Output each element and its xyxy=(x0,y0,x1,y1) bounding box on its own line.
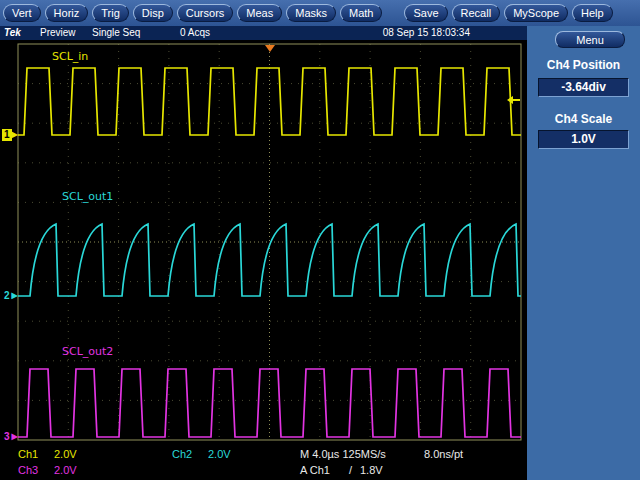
toolbar-button-recall[interactable]: Recall xyxy=(452,4,501,22)
trace-label-SCL_in: SCL_in xyxy=(52,50,88,63)
ch3-marker-number: 3 xyxy=(2,431,12,443)
trigger-slope-icon: / xyxy=(349,464,352,476)
toolbar-button-trig[interactable]: Trig xyxy=(92,4,129,22)
graticule-grid xyxy=(18,44,521,440)
ch2-ground-marker: 2▶ xyxy=(2,290,18,302)
toolbar-button-cursors[interactable]: Cursors xyxy=(177,4,234,22)
trace-label-SCL_out2: SCL_out2 xyxy=(62,345,113,358)
toolbar-button-horiz[interactable]: Horiz xyxy=(45,4,89,22)
acquisition-count: 0 Acqs xyxy=(180,27,210,38)
datetime: 08 Sep 15 18:03:34 xyxy=(383,27,470,38)
ch3-readout-scale: 2.0V xyxy=(54,464,77,476)
waveform-display: SCL_inSCL_out1SCL_out2 xyxy=(0,40,527,444)
toolbar-button-math[interactable]: Math xyxy=(340,4,382,22)
timebase-readout: M 4.0µs 125MS/s xyxy=(300,448,386,460)
ch1-readout-scale: 2.0V xyxy=(54,448,77,460)
trigger-position-marker xyxy=(265,45,275,52)
ch1-marker-arrow-icon: ▶ xyxy=(12,130,18,139)
ch3-ground-marker: 3▶ xyxy=(2,431,18,443)
ch2-marker-number: 2 xyxy=(2,290,12,302)
status-bar: Tek Preview Single Seq 0 Acqs 08 Sep 15 … xyxy=(0,26,527,40)
trigger-source-readout: A Ch1 xyxy=(300,464,330,476)
toolbar-button-vert[interactable]: Vert xyxy=(3,4,41,22)
ch4-scale-label: Ch4 Scale xyxy=(527,112,640,126)
scope-display: SCL_inSCL_out1SCL_out2 1▶ 2▶ 3▶ Ch1 2.0V… xyxy=(0,40,527,480)
toolbar-button-save[interactable]: Save xyxy=(404,4,447,22)
side-panel: Menu Ch4 Position -3.64div Ch4 Scale 1.0… xyxy=(527,26,640,480)
preview-status: Preview xyxy=(40,27,76,38)
acquisition-mode: Single Seq xyxy=(92,27,140,38)
ch3-readout-label: Ch3 xyxy=(18,464,38,476)
ch1-ground-marker: 1▶ xyxy=(2,129,18,141)
ch3-marker-arrow-icon: ▶ xyxy=(12,432,18,441)
tek-logo: Tek xyxy=(4,27,21,38)
ch2-readout-scale: 2.0V xyxy=(208,448,231,460)
ch4-position-label: Ch4 Position xyxy=(527,58,640,72)
ch1-marker-number: 1 xyxy=(2,129,12,141)
ch2-readout-label: Ch2 xyxy=(172,448,192,460)
ch2-marker-arrow-icon: ▶ xyxy=(12,291,18,300)
sample-resolution-readout: 8.0ns/pt xyxy=(424,448,463,460)
toolbar-button-masks[interactable]: Masks xyxy=(286,4,336,22)
ch1-readout-label: Ch1 xyxy=(18,448,38,460)
toolbar-button-help[interactable]: Help xyxy=(572,4,613,22)
trace-SCL_out2 xyxy=(18,369,521,437)
trigger-level-readout: 1.8V xyxy=(360,464,383,476)
trace-label-SCL_out1: SCL_out1 xyxy=(62,190,113,203)
top-toolbar: Vert Horiz Trig Disp Cursors Meas Masks … xyxy=(0,0,640,26)
ch4-scale-value[interactable]: 1.0V xyxy=(538,130,629,149)
ch4-position-value[interactable]: -3.64div xyxy=(538,78,629,97)
toolbar-button-meas[interactable]: Meas xyxy=(237,4,282,22)
toolbar-button-myscope[interactable]: MyScope xyxy=(504,4,568,22)
menu-button[interactable]: Menu xyxy=(555,31,625,48)
toolbar-button-disp[interactable]: Disp xyxy=(133,4,173,22)
